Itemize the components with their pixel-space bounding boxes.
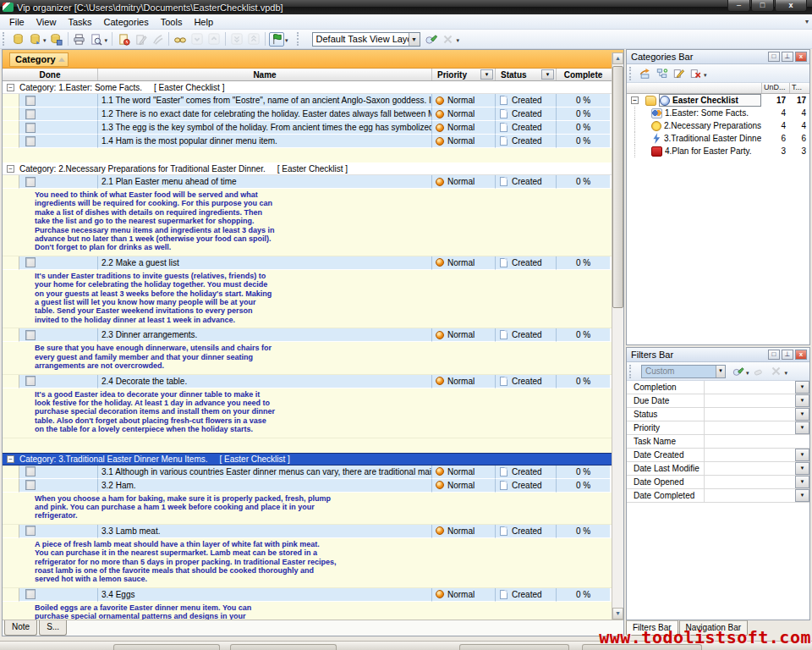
filter-preset-dropdown-icon[interactable]: ▼ bbox=[716, 366, 725, 377]
print-preview-icon[interactable] bbox=[89, 32, 104, 47]
priority-cell[interactable]: Normal bbox=[432, 375, 496, 388]
filter-dropdown-icon[interactable]: ▼ bbox=[795, 408, 809, 421]
tree-collapse-icon[interactable]: − bbox=[631, 96, 639, 104]
edit-category-icon[interactable] bbox=[671, 66, 686, 80]
task-note[interactable]: Be sure that you have enough dinnerware,… bbox=[3, 342, 612, 374]
header-status[interactable]: Status▼ bbox=[496, 69, 557, 80]
task-note[interactable]: It's under Easter traditions to invite g… bbox=[3, 270, 612, 328]
task-note[interactable]: A piece of fresh lamb meat should have a… bbox=[3, 538, 612, 588]
total-column-header[interactable]: T... bbox=[789, 83, 809, 93]
taskbar-button[interactable] bbox=[459, 644, 569, 650]
collapse-icon[interactable]: − bbox=[7, 165, 14, 173]
filter-value-field[interactable] bbox=[705, 462, 795, 475]
header-done[interactable]: Done bbox=[3, 69, 98, 80]
task-name-cell[interactable]: 3.1 Although in various countries Easter… bbox=[98, 465, 432, 479]
header-complete[interactable]: Complete bbox=[557, 69, 610, 80]
taskbar-button[interactable] bbox=[113, 644, 220, 650]
done-checkbox[interactable] bbox=[25, 96, 36, 106]
layout-combo-dropdown-icon[interactable]: ▼ bbox=[409, 33, 420, 46]
filter-value-field[interactable] bbox=[705, 476, 795, 488]
status-cell[interactable]: Created bbox=[496, 121, 557, 135]
task-name-cell[interactable]: 1.2 There is no exact date for celebrati… bbox=[98, 107, 432, 121]
filter-dropdown-icon[interactable]: ▼ bbox=[795, 489, 809, 502]
done-checkbox[interactable] bbox=[25, 123, 36, 133]
menubar-overflow-icon[interactable]: ▾ bbox=[805, 18, 809, 25]
priority-cell[interactable]: Normal bbox=[432, 107, 496, 121]
filters-toolbar-overflow-icon[interactable]: ▾ bbox=[785, 370, 788, 377]
minimize-button[interactable]: – bbox=[727, 0, 750, 12]
menu-view[interactable]: View bbox=[30, 15, 63, 29]
panel-maximize-icon[interactable]: □ bbox=[768, 52, 780, 62]
task-row[interactable]: 3.4 EggsNormalCreated0 % bbox=[3, 588, 612, 602]
done-checkbox[interactable] bbox=[25, 589, 36, 599]
panel-close-icon[interactable]: x bbox=[795, 52, 807, 62]
task-name-cell[interactable]: 2.1 Plan Easter menu ahead of time bbox=[98, 175, 432, 189]
filters-pin-icon[interactable]: ⊥ bbox=[782, 350, 793, 360]
layout-combo[interactable]: Default Task View Layout ▼ bbox=[312, 32, 420, 47]
apply-filter-dropdown-icon[interactable]: ▾ bbox=[746, 370, 749, 377]
task-row[interactable]: 1.2 There is no exact date for celebrati… bbox=[3, 107, 612, 121]
save-database-icon[interactable] bbox=[49, 32, 64, 47]
task-row[interactable]: 1.1 The word "Easter" comes from "Eostre… bbox=[3, 94, 612, 107]
open-database-dropdown-icon[interactable]: ▾ bbox=[43, 37, 47, 44]
scroll-up-icon[interactable]: ▲ bbox=[612, 52, 623, 64]
filter-dropdown-icon[interactable]: ▼ bbox=[795, 381, 809, 394]
apply-filter-icon[interactable] bbox=[730, 364, 745, 378]
task-name-cell[interactable]: 3.2 Ham. bbox=[98, 479, 432, 493]
new-subcategory-icon[interactable] bbox=[654, 66, 669, 80]
delete-layout-icon[interactable] bbox=[441, 32, 456, 47]
category-group-row[interactable]: −Category: 1.Easter: Some Facts.[ Easter… bbox=[3, 81, 612, 94]
move-bottom-icon[interactable] bbox=[229, 32, 244, 47]
delete-filter-icon[interactable] bbox=[769, 364, 784, 378]
priority-filter-dropdown-icon[interactable]: ▼ bbox=[480, 69, 493, 80]
filter-dropdown-icon[interactable]: ▼ bbox=[795, 421, 809, 434]
tree-root-row[interactable]: −Easter Checklist1717 bbox=[627, 94, 809, 107]
status-cell[interactable]: Created bbox=[496, 479, 557, 493]
close-button[interactable]: x bbox=[775, 0, 807, 12]
menu-tools[interactable]: Tools bbox=[155, 15, 189, 29]
task-row[interactable]: 2.1 Plan Easter menu ahead of timeNormal… bbox=[3, 175, 612, 189]
status-cell[interactable]: Created bbox=[496, 525, 557, 538]
task-row[interactable]: 3.2 Ham.NormalCreated0 % bbox=[3, 479, 612, 493]
task-name-cell[interactable]: 2.3 Dinner arrangements. bbox=[98, 328, 432, 342]
done-checkbox[interactable] bbox=[25, 177, 36, 187]
categories-toolbar-overflow-icon[interactable]: ▾ bbox=[704, 72, 707, 79]
filters-close-icon[interactable]: x bbox=[795, 350, 807, 360]
task-row[interactable]: 1.4 Ham is the most popular dinner menu … bbox=[3, 135, 612, 148]
status-cell[interactable]: Created bbox=[496, 328, 557, 342]
priority-cell[interactable]: Normal bbox=[432, 465, 496, 479]
status-filter-dropdown-icon[interactable]: ▼ bbox=[541, 69, 554, 80]
filter-dropdown-icon[interactable]: ▼ bbox=[795, 449, 809, 461]
menu-categories[interactable]: Categories bbox=[98, 15, 155, 29]
task-name-cell[interactable]: 1.4 Ham is the most popular dinner menu … bbox=[98, 135, 432, 148]
filter-value-field[interactable] bbox=[705, 381, 795, 394]
move-up-icon[interactable] bbox=[206, 32, 222, 47]
vertical-scrollbar[interactable]: ▲ ▼ bbox=[612, 52, 623, 620]
filter-value-field[interactable] bbox=[705, 449, 795, 461]
filters-maximize-icon[interactable]: □ bbox=[768, 350, 780, 360]
maximize-button[interactable]: □ bbox=[751, 0, 774, 12]
clear-filter-icon[interactable] bbox=[752, 364, 767, 378]
layout-toolbar-overflow-icon[interactable]: ▾ bbox=[457, 37, 460, 44]
flag-dropdown-icon[interactable]: ▾ bbox=[285, 37, 288, 44]
status-cell[interactable]: Created bbox=[496, 175, 557, 189]
task-name-cell[interactable]: 3.3 Lamb meat. bbox=[98, 525, 432, 538]
task-name-cell[interactable]: 2.4 Decorate the table. bbox=[98, 375, 432, 388]
priority-cell[interactable]: Normal bbox=[432, 588, 496, 602]
taskbar-button[interactable] bbox=[230, 644, 337, 650]
task-row[interactable]: 3.1 Although in various countries Easter… bbox=[3, 465, 612, 479]
tree-category-row[interactable]: 3.Traditional Easter Dinner M66 bbox=[627, 132, 809, 145]
task-row[interactable]: 3.3 Lamb meat.NormalCreated0 % bbox=[3, 525, 612, 538]
priority-cell[interactable]: Normal bbox=[432, 525, 496, 538]
move-down-icon[interactable] bbox=[189, 32, 205, 47]
save-layout-icon[interactable] bbox=[424, 32, 439, 47]
status-cell[interactable]: Created bbox=[496, 107, 557, 121]
task-note[interactable]: You need to think of what Easter food wi… bbox=[3, 189, 612, 256]
done-checkbox[interactable] bbox=[25, 480, 36, 490]
task-name-cell[interactable]: 2.2 Make a guest list bbox=[98, 256, 432, 270]
filter-preset-combo[interactable]: Custom ▼ bbox=[641, 365, 726, 378]
collapse-icon[interactable]: − bbox=[7, 455, 14, 463]
task-name-cell[interactable]: 3.4 Eggs bbox=[98, 588, 432, 602]
menu-tasks[interactable]: Tasks bbox=[62, 15, 97, 29]
collapse-icon[interactable]: − bbox=[7, 84, 14, 91]
